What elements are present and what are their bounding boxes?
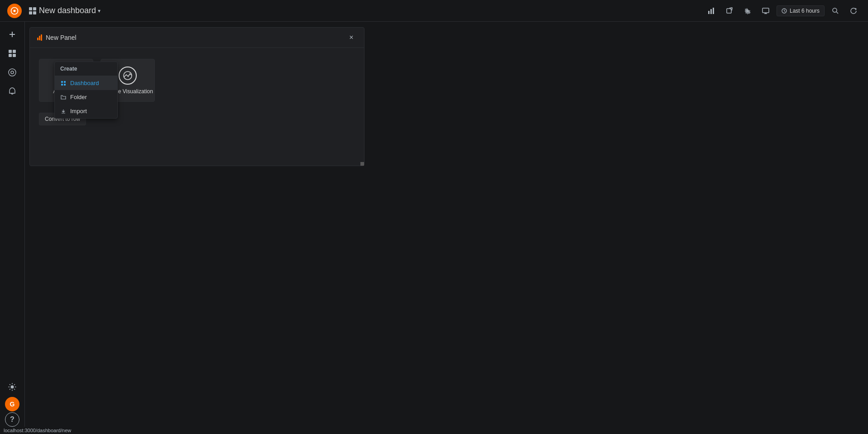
dashboard-menu-label: Dashboard [70,80,99,86]
svg-rect-9 [9,50,12,53]
choose-visualization-icon [119,67,137,85]
search-icon [832,7,839,14]
refresh-icon [850,7,857,14]
title-text: New dashboard [39,6,96,15]
panel-icon [37,34,42,41]
svg-rect-3 [710,9,712,14]
svg-rect-4 [713,8,714,14]
clock-icon [782,8,787,14]
panel-icon-bar1 [37,38,38,40]
svg-point-14 [11,71,14,74]
status-url: localhost:3000/dashboard/new [4,428,71,433]
grid-icon [29,7,36,14]
refresh-icon-btn[interactable] [846,4,861,18]
create-dropdown-header: Create [55,62,117,76]
svg-rect-16 [61,81,63,83]
dashboard-menu-icon [60,80,67,86]
folder-menu-icon [60,94,67,100]
panel-icon-bar3 [41,34,42,41]
create-dropdown-item-folder[interactable]: Folder [55,90,117,104]
status-bar: localhost:3000/dashboard/new [0,427,75,434]
svg-rect-12 [13,54,16,57]
import-menu-icon [60,108,67,114]
svg-rect-19 [64,84,66,86]
panel-icon-bar2 [39,36,40,40]
header-left: New dashboard ▾ [7,4,704,18]
share-icon-btn[interactable] [722,4,737,18]
time-range-btn[interactable]: Last 6 hours [777,5,825,16]
sidebar-item-dashboards[interactable] [3,44,21,62]
svg-rect-10 [13,50,16,53]
sidebar-item-configuration[interactable] [3,378,21,396]
title-caret: ▾ [98,8,101,14]
sidebar-bottom: G ? [3,378,21,430]
tv-icon-btn[interactable] [758,4,773,18]
settings-icon-btn[interactable] [740,4,755,18]
import-menu-label: Import [70,108,87,114]
create-dropdown-item-dashboard[interactable]: Dashboard [55,76,117,90]
header-right: Last 6 hours [704,4,861,18]
resize-handle[interactable] [360,162,364,166]
header-grid-area: New dashboard ▾ [29,6,101,15]
svg-rect-2 [708,11,710,14]
grafana-logo[interactable] [7,4,22,18]
panel-header-left: New Panel [37,34,77,41]
search-icon-btn[interactable] [828,4,843,18]
folder-menu-label: Folder [70,94,87,100]
bar-chart-icon-btn[interactable] [704,4,719,18]
svg-rect-17 [64,81,66,83]
sidebar-item-explore[interactable] [3,63,21,81]
svg-point-13 [9,69,16,76]
panel-title: New Panel [46,34,77,41]
sidebar-item-add[interactable] [3,25,21,43]
close-panel-btn[interactable]: × [346,32,357,43]
top-header: New dashboard ▾ [0,0,868,22]
create-dropdown-item-import[interactable]: Import [55,104,117,118]
svg-point-8 [833,8,837,12]
sidebar-item-help[interactable]: ? [5,412,19,427]
svg-rect-18 [61,84,63,86]
svg-point-1 [14,10,16,12]
sidebar-item-alerting[interactable] [3,82,21,100]
time-range-label: Last 6 hours [790,8,820,14]
user-avatar[interactable]: G [5,397,19,411]
panel-dialog-header: New Panel × [30,28,364,48]
svg-rect-11 [9,54,12,57]
dashboard-title[interactable]: New dashboard ▾ [39,6,101,15]
create-dropdown: Create Dashboard Folder [54,62,118,119]
svg-point-15 [11,386,14,389]
main-content: Create Dashboard Folder [25,22,868,434]
sidebar: G ? [0,22,25,434]
svg-rect-6 [762,8,769,13]
